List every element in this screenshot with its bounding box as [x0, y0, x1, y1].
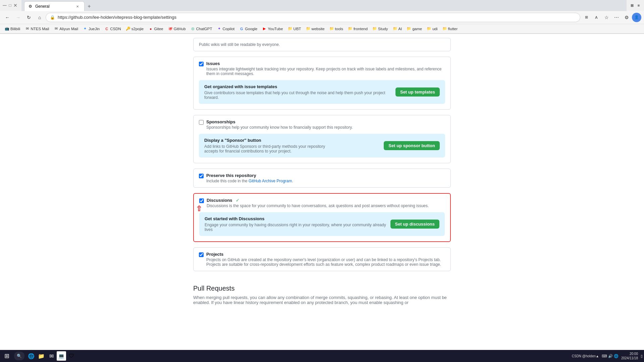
bookmark-google[interactable]: G Google	[237, 26, 259, 32]
bookmark-bilibili[interactable]: 📺 Bilibili	[3, 26, 22, 32]
discussions-title: Discussions	[207, 198, 232, 203]
google-icon: G	[239, 26, 244, 31]
bookmark-tools[interactable]: 📁 tools	[327, 26, 345, 32]
bookmark-ntesmail[interactable]: ✉ NTES Mail	[23, 26, 51, 32]
tab-favicon: ⚙	[29, 4, 33, 9]
bookmark-flutter[interactable]: 📁 flutter	[440, 26, 460, 32]
set-up-templates-button[interactable]: Set up templates	[395, 87, 440, 97]
ai-button[interactable]: A	[592, 13, 601, 22]
preserve-checkbox[interactable]	[199, 174, 204, 178]
more-actions[interactable]: ⋯	[612, 13, 621, 22]
bookmark-frontend[interactable]: 📁 frontend	[346, 26, 370, 32]
discussions-block: Discussions ✓ Discussions is the space f…	[193, 193, 451, 242]
projects-description: Projects on GitHub are created at the re…	[206, 257, 445, 267]
bookmark-udi-label: udi	[432, 27, 437, 31]
user-avatar[interactable]: 👤	[632, 13, 641, 22]
issues-checkbox[interactable]	[199, 62, 204, 66]
tab-close-button[interactable]: ✕	[75, 4, 80, 9]
wiki-notice-text: Public wikis will still be readable by e…	[199, 42, 445, 47]
bookmark-game[interactable]: 📁 game	[405, 26, 424, 32]
discussions-title-row: Discussions ✓	[207, 198, 429, 203]
home-button[interactable]: ⌂	[35, 13, 44, 22]
bookmark-github-label: GitHub	[174, 27, 186, 31]
bookmark-tools-label: tools	[335, 27, 343, 31]
discussions-info: Discussions ✓ Discussions is the space f…	[207, 198, 429, 208]
study-folder-icon: 📁	[372, 26, 377, 31]
set-up-sponsor-button[interactable]: Set up sponsor button	[384, 141, 440, 150]
reload-button[interactable]: ↻	[24, 13, 34, 22]
preserve-info: Preserve this repository Include this co…	[206, 173, 293, 183]
issues-description: Issues integrate lightweight task tracki…	[206, 67, 445, 76]
gitee-icon: ●	[148, 26, 153, 31]
projects-info: Projects Projects on GitHub are created …	[206, 252, 445, 267]
csdn-icon: C	[104, 26, 109, 31]
projects-checkbox[interactable]	[199, 252, 204, 257]
tab-bar: ⚙ General ✕ +	[21, 0, 627, 11]
set-up-discussions-button[interactable]: Set up discussions	[390, 220, 439, 229]
discussions-card-desc: Engage your community by having discussi…	[205, 223, 390, 232]
settings-button[interactable]: ⚙	[622, 13, 631, 22]
minimize-button[interactable]: ─	[3, 3, 7, 7]
sponsorships-block: Sponsorships Sponsorships help your comm…	[193, 115, 451, 163]
pull-requests-title: Pull Requests	[193, 285, 451, 292]
bookmark-ai[interactable]: 📁 AI	[391, 26, 404, 32]
bookmark-aliyunmail-label: Aliyun Mail	[59, 27, 78, 31]
bookmark-youtube[interactable]: ▶ YouTube	[260, 26, 285, 32]
tools-folder-icon: 📁	[329, 26, 334, 31]
back-button[interactable]: ←	[3, 13, 12, 22]
nav-actions: ⊞ A ☆ ⋯ ⚙ 👤	[582, 13, 641, 22]
projects-block: Projects Projects on GitHub are created …	[193, 247, 451, 271]
discussions-card-content: Get started with Discussions Engage your…	[205, 216, 390, 232]
sponsorships-header: Sponsorships Sponsorships help your comm…	[194, 115, 450, 134]
bookmark-gitee[interactable]: ● Gitee	[146, 26, 165, 32]
bookmark-youtube-label: YouTube	[268, 27, 283, 31]
title-bar: ─ □ ✕ ⚙ General ✕ + ⊞ ≡	[0, 0, 644, 11]
bookmark-ubt[interactable]: 📁 UBT	[286, 26, 303, 32]
github-archive-link[interactable]: GitHub Archive Program	[249, 179, 292, 183]
issues-header: Issues Issues integrate lightweight task…	[194, 57, 450, 80]
bookmark-ubt-label: UBT	[293, 27, 301, 31]
bilibili-icon: 📺	[5, 26, 9, 31]
chatgpt-icon: ◎	[191, 26, 195, 31]
bookmark-juejin[interactable]: ✦ JueJin	[81, 26, 102, 32]
aliyunmail-icon: ✉	[54, 26, 58, 31]
address-bar[interactable]: 🔒 https://github.com/lee-holden/vitepres…	[46, 13, 580, 22]
bookmark-aliyunmail[interactable]: ✉ Aliyun Mail	[52, 26, 80, 32]
sponsorships-card: Display a "Sponsor" button Add links to …	[199, 134, 445, 158]
sponsorships-card-content: Display a "Sponsor" button Add links to …	[204, 138, 325, 154]
discussions-wrapper: ⇧ Discussions ✓ Discussions is the space…	[193, 193, 451, 242]
sponsorships-checkbox[interactable]	[199, 120, 204, 125]
browser-menu[interactable]: ≡	[636, 3, 641, 8]
bookmark-csdn[interactable]: C CSDN	[102, 26, 123, 32]
bookmark-chatgpt[interactable]: ◎ ChatGPT	[189, 26, 214, 32]
nav-bar: ← → ↻ ⌂ 🔒 https://github.com/lee-holden/…	[0, 11, 644, 24]
bookmark-flutter-label: flutter	[448, 27, 458, 31]
bookmark-study[interactable]: 📁 Study	[370, 26, 390, 32]
bookmark-star[interactable]: ☆	[602, 13, 611, 22]
maximize-button[interactable]: □	[8, 3, 12, 7]
bookmark-copilot[interactable]: ✦ Copilot	[215, 26, 237, 32]
extensions-button[interactable]: ⊞	[629, 3, 635, 8]
bookmark-ntesmail-label: NTES Mail	[31, 27, 49, 31]
github-icon: 🐙	[168, 26, 173, 31]
bookmark-gitee-label: Gitee	[154, 27, 163, 31]
discussions-checkbox[interactable]	[199, 198, 204, 203]
bookmark-game-label: game	[412, 27, 422, 31]
bookmark-s2pojie[interactable]: 🔑 s2pojie	[124, 26, 146, 32]
discussions-check-icon: ✓	[236, 198, 239, 203]
extensions-icon[interactable]: ⊞	[582, 13, 591, 22]
active-tab[interactable]: ⚙ General ✕	[24, 1, 85, 11]
youtube-icon: ▶	[262, 26, 267, 31]
sponsorships-card-desc: Add links to GitHub Sponsors or third-pa…	[204, 144, 325, 154]
issues-card-desc: Give contributors issue templates that h…	[204, 90, 395, 100]
forward-button[interactable]: →	[13, 13, 23, 22]
new-tab-button[interactable]: +	[85, 2, 94, 11]
s2pojie-icon: 🔑	[126, 26, 130, 31]
bookmark-website-label: website	[312, 27, 325, 31]
page-scroll-container[interactable]: Public wikis will still be readable by e…	[0, 34, 644, 339]
bookmark-udi[interactable]: 📁 udi	[425, 26, 439, 32]
discussions-card-title: Get started with Discussions	[205, 216, 390, 221]
bookmark-github[interactable]: 🐙 GitHub	[166, 26, 188, 32]
bookmark-website[interactable]: 📁 website	[304, 26, 327, 32]
close-button[interactable]: ✕	[13, 3, 17, 7]
